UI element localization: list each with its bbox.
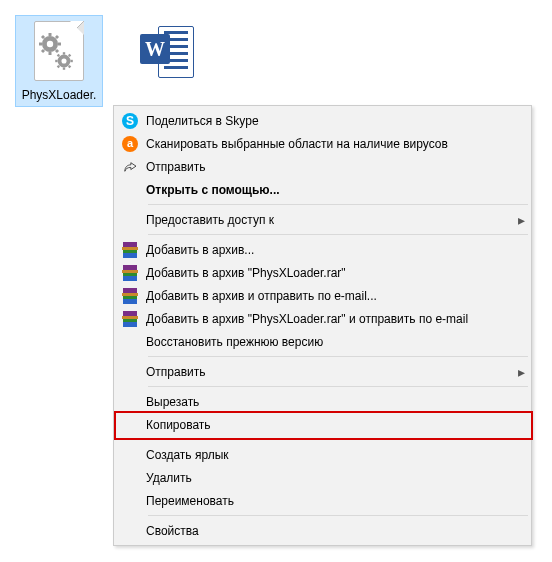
word-file-icon: W (124, 16, 210, 86)
menu-grant-access[interactable]: Предоставить доступ к ▸ (116, 208, 529, 231)
svg-line-9 (56, 50, 58, 52)
svg-line-8 (42, 50, 44, 52)
share-icon (116, 156, 144, 178)
menu-delete[interactable]: Удалить (116, 466, 529, 489)
menu-copy[interactable]: Копировать (116, 413, 529, 436)
file-physxloader[interactable]: PhysXLoader. (16, 16, 102, 106)
menu-separator (148, 356, 528, 357)
file-word-doc[interactable]: W (124, 16, 210, 92)
settings-file-icon (16, 16, 102, 86)
menu-separator (148, 515, 528, 516)
menu-label: Поделиться в Skype (144, 114, 529, 128)
menu-separator (148, 234, 528, 235)
menu-label: Добавить в архив и отправить по e-mail..… (144, 289, 529, 303)
winrar-icon (116, 262, 144, 284)
menu-scan-virus[interactable]: a Сканировать выбранные области на налич… (116, 132, 529, 155)
winrar-icon (116, 308, 144, 330)
menu-send-top[interactable]: Отправить (116, 155, 529, 178)
menu-label: Добавить в архив "PhysXLoader.rar" (144, 266, 529, 280)
menu-label: Удалить (144, 471, 529, 485)
menu-rar-email-named[interactable]: Добавить в архив "PhysXLoader.rar" и отп… (116, 307, 529, 330)
menu-label: Добавить в архив... (144, 243, 529, 257)
svg-line-19 (69, 66, 71, 68)
menu-label: Восстановить прежнюю версию (144, 335, 529, 349)
menu-rename[interactable]: Переименовать (116, 489, 529, 512)
menu-label: Вырезать (144, 395, 529, 409)
menu-label: Предоставить доступ к (144, 213, 513, 227)
svg-line-6 (42, 36, 44, 38)
menu-label: Отправить (144, 365, 513, 379)
svg-line-7 (56, 36, 58, 38)
skype-icon: S (116, 110, 144, 132)
menu-rar-add[interactable]: Добавить в архив... (116, 238, 529, 261)
menu-label: Создать ярлык (144, 448, 529, 462)
chevron-right-icon: ▸ (513, 364, 529, 380)
winrar-icon (116, 239, 144, 261)
svg-line-18 (58, 66, 60, 68)
menu-label: Переименовать (144, 494, 529, 508)
svg-line-16 (58, 55, 60, 57)
menu-send-to[interactable]: Отправить ▸ (116, 360, 529, 383)
menu-label: Копировать (144, 418, 529, 432)
menu-label: Добавить в архив "PhysXLoader.rar" и отп… (144, 312, 529, 326)
menu-separator (148, 204, 528, 205)
menu-label: Открыть с помощью... (144, 183, 529, 197)
menu-restore-version[interactable]: Восстановить прежнюю версию (116, 330, 529, 353)
menu-rar-add-named[interactable]: Добавить в архив "PhysXLoader.rar" (116, 261, 529, 284)
desktop[interactable]: PhysXLoader. W S Поделиться в Skype a Ск… (0, 0, 552, 562)
file-label (124, 86, 210, 92)
menu-cut[interactable]: Вырезать (116, 390, 529, 413)
file-label: PhysXLoader. (16, 86, 102, 106)
menu-separator (148, 386, 528, 387)
menu-open-with[interactable]: Открыть с помощью... (116, 178, 529, 201)
winrar-icon (116, 285, 144, 307)
svg-point-1 (47, 41, 53, 47)
context-menu: S Поделиться в Skype a Сканировать выбра… (113, 105, 532, 546)
menu-properties[interactable]: Свойства (116, 519, 529, 542)
chevron-right-icon: ▸ (513, 212, 529, 228)
antivirus-icon: a (116, 133, 144, 155)
menu-share-skype[interactable]: S Поделиться в Skype (116, 109, 529, 132)
menu-rar-email[interactable]: Добавить в архив и отправить по e-mail..… (116, 284, 529, 307)
menu-label: Отправить (144, 160, 529, 174)
menu-label: Сканировать выбранные области на наличие… (144, 137, 529, 151)
menu-separator (148, 439, 528, 440)
menu-create-shortcut[interactable]: Создать ярлык (116, 443, 529, 466)
menu-label: Свойства (144, 524, 529, 538)
svg-line-17 (69, 55, 71, 57)
svg-point-11 (61, 58, 66, 63)
